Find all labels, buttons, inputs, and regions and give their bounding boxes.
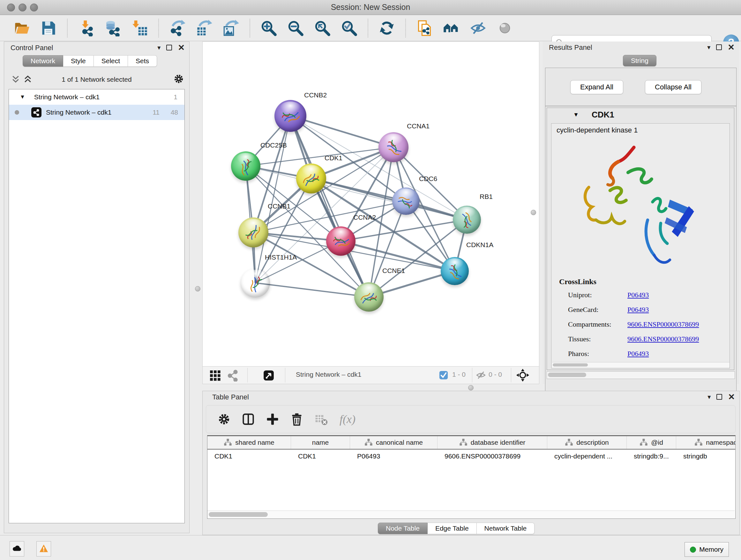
close-panel-icon[interactable]: ✕ — [178, 43, 185, 52]
close-panel-icon[interactable]: ✕ — [728, 43, 735, 52]
node-label-ccna2: CCNA2 — [353, 213, 376, 221]
network-node-cdkn1a[interactable] — [441, 257, 469, 285]
network-node-cdk1[interactable] — [296, 164, 326, 193]
network-node-cdc25b[interactable] — [231, 151, 260, 181]
tab-style[interactable]: Style — [63, 55, 94, 67]
network-node-ccnb2[interactable] — [274, 100, 307, 132]
float-panel-icon[interactable] — [716, 44, 722, 50]
network-options-gear-icon[interactable] — [173, 73, 185, 85]
network-node-ccna1[interactable] — [379, 132, 408, 162]
clone-network-button[interactable] — [415, 17, 434, 39]
zoom-selected-button[interactable] — [340, 17, 359, 39]
table-options-gear-icon[interactable] — [215, 410, 233, 428]
zoom-in-button[interactable] — [259, 17, 278, 39]
import-table-button[interactable] — [130, 17, 149, 39]
node-label-rb1: RB1 — [480, 193, 493, 200]
table-cell[interactable]: stringdb:9... — [627, 449, 676, 463]
panel-menu-icon[interactable]: ▾ — [157, 43, 160, 52]
collapse-all-button[interactable]: Collapse All — [645, 80, 701, 94]
network-attribute-icon — [694, 438, 703, 447]
expand-all-button[interactable]: Expand All — [570, 80, 623, 94]
warnings-icon[interactable] — [37, 541, 51, 557]
column-header-shared-name[interactable]: shared name — [207, 436, 291, 449]
zoom-fit-content-button[interactable] — [313, 17, 332, 39]
export-network-button[interactable] — [168, 17, 187, 39]
network-canvas[interactable]: CCNB2CCNA1CDC25BCDK1CDC6RB1CCNB1CCNA2CDK… — [202, 42, 539, 367]
column-header-canonical-name[interactable]: canonical name — [350, 436, 437, 449]
save-session-button[interactable] — [39, 17, 58, 39]
tab-select[interactable]: Select — [94, 55, 128, 67]
crosslink-link[interactable]: 9606.ENSP00000378699 — [627, 320, 699, 328]
panel-menu-icon[interactable]: ▾ — [707, 43, 711, 52]
network-node-ccne1[interactable] — [354, 282, 384, 312]
close-panel-icon[interactable]: ✕ — [728, 392, 735, 401]
show-columns-icon[interactable] — [239, 410, 257, 428]
float-panel-icon[interactable] — [717, 394, 722, 400]
export-image-button[interactable] — [221, 17, 241, 39]
refresh-layout-button[interactable] — [377, 17, 396, 39]
left-splitter-handle[interactable] — [195, 286, 200, 292]
network-row-selected[interactable]: String Network – cdk1 11 48 — [9, 105, 185, 120]
crosslink-link[interactable]: P06493 — [627, 306, 649, 314]
network-node-ccnb1[interactable] — [239, 217, 268, 247]
table-cell[interactable]: P06493 — [350, 449, 437, 463]
column-header-database-identifier[interactable]: database identifier — [437, 436, 547, 449]
network-node-ccna2[interactable] — [326, 226, 355, 256]
collapse-collection-icon[interactable]: ▼ — [18, 94, 27, 101]
crosslink-link[interactable]: 9606.ENSP00000378699 — [627, 335, 699, 343]
table-cell[interactable]: stringdb — [676, 449, 736, 463]
import-database-button[interactable] — [104, 17, 123, 39]
network-overview-icon[interactable] — [227, 369, 239, 381]
table-cell[interactable]: CDK1 — [207, 449, 291, 463]
column-header-namespace[interactable]: namespace — [676, 436, 736, 449]
table-hscrollbar[interactable] — [207, 510, 735, 518]
bottom-splitter-handle[interactable] — [468, 385, 474, 390]
table-cell[interactable]: cyclin-dependent ... — [547, 449, 627, 463]
column-header-name[interactable]: name — [291, 436, 350, 449]
network-node-cdc6[interactable] — [392, 187, 420, 215]
table-cell[interactable]: CDK1 — [291, 449, 350, 463]
crosslink-link[interactable]: P06493 — [627, 350, 649, 358]
network-collection-row[interactable]: ▼ String Network – cdk1 1 — [9, 89, 185, 105]
gene-section-header[interactable]: ▼ CDK1 — [547, 108, 734, 123]
table-cell[interactable]: 9606.ENSP00000378699 — [437, 449, 547, 463]
show-hidden-button[interactable] — [495, 17, 515, 39]
birdseye-view-button[interactable] — [442, 17, 461, 39]
open-session-button[interactable] — [12, 17, 31, 39]
tab-network-table[interactable]: Network Table — [477, 523, 535, 534]
export-table-button[interactable] — [195, 17, 214, 39]
tab-string[interactable]: String — [623, 55, 657, 66]
network-edges[interactable] — [203, 42, 539, 366]
create-column-icon[interactable] — [264, 410, 281, 428]
results-hscrollbar[interactable] — [547, 371, 735, 379]
right-splitter-handle[interactable] — [531, 210, 536, 215]
hide-selected-button[interactable] — [468, 17, 488, 39]
memory-status-dot — [690, 547, 696, 553]
graphics-details-icon[interactable] — [209, 369, 221, 381]
tab-sets[interactable]: Sets — [128, 55, 157, 67]
tab-node-table[interactable]: Node Table — [378, 523, 428, 534]
crosslink-link[interactable]: P06493 — [627, 291, 649, 299]
network-icon — [31, 107, 42, 118]
memory-button[interactable]: Memory — [684, 542, 729, 557]
selected-nodes-checkbox-icon[interactable] — [439, 370, 448, 380]
tab-network[interactable]: Network — [23, 55, 63, 67]
import-network-button[interactable] — [77, 17, 96, 39]
details-hscrollbar[interactable] — [552, 362, 730, 368]
column-header-description[interactable]: description — [547, 436, 627, 449]
birdseye-toggle-icon[interactable] — [263, 369, 275, 381]
cloud-status-icon[interactable] — [10, 541, 24, 557]
tab-edge-table[interactable]: Edge Table — [428, 523, 477, 534]
zoom-out-button[interactable] — [286, 17, 305, 39]
delete-table-icon — [312, 410, 330, 428]
network-node-hist1h1a[interactable] — [241, 268, 270, 298]
float-panel-icon[interactable] — [166, 45, 172, 51]
fit-selected-crosshair-icon[interactable] — [516, 368, 529, 382]
collapse-gene-icon[interactable]: ▼ — [571, 111, 581, 118]
column-header--id[interactable]: @id — [627, 436, 676, 449]
delete-column-icon[interactable] — [288, 410, 306, 428]
collection-label: String Network – cdk1 — [34, 93, 99, 101]
network-view: CCNB2CCNA1CDC25BCDK1CDC6RB1CCNB1CCNA2CDK… — [202, 42, 539, 384]
panel-menu-icon[interactable]: ▾ — [708, 392, 711, 401]
network-node-rb1[interactable] — [453, 206, 481, 234]
